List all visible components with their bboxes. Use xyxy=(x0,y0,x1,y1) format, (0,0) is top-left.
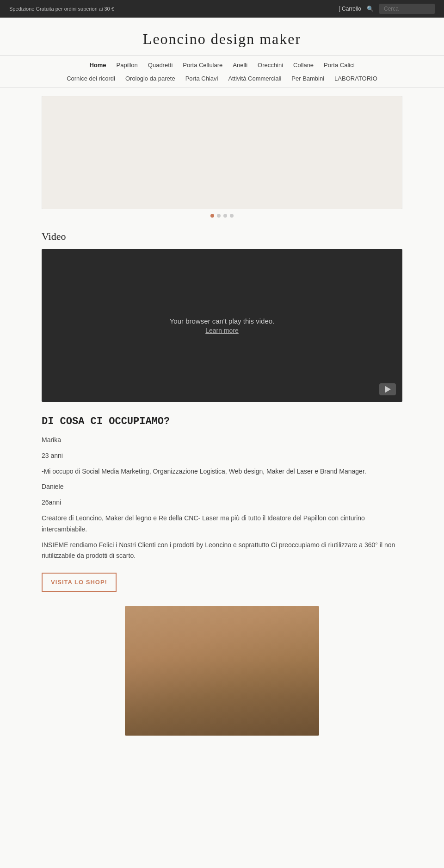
person1-desc: -Mi occupo di Social Media Marketing, Or… xyxy=(42,466,402,477)
nav-bambini[interactable]: Per Bambini xyxy=(288,74,328,83)
nav-row-1: Home Papillon Quadretti Porta Cellulare … xyxy=(9,58,435,72)
video-browser-message: Your browser can't play this video. xyxy=(170,317,275,325)
site-title: Leoncino design maker xyxy=(0,18,444,55)
nav-porta-chiavi[interactable]: Porta Chiavi xyxy=(182,74,222,83)
nav-orologio[interactable]: Orologio da parete xyxy=(122,74,179,83)
dot-4[interactable] xyxy=(230,214,234,218)
hero-slider xyxy=(42,96,402,209)
person2-name: Daniele xyxy=(42,481,402,493)
nav-collane[interactable]: Collane xyxy=(290,60,317,70)
top-bar: Spedizione Gratuita per ordini superiori… xyxy=(0,0,444,18)
nav-porta-cellulare[interactable]: Porta Cellulare xyxy=(179,60,226,70)
shop-button[interactable]: VISITA LO SHOP! xyxy=(42,573,117,592)
dot-2[interactable] xyxy=(217,214,221,218)
nav-cornice[interactable]: Cornice dei ricordi xyxy=(63,74,119,83)
shipping-notice: Spedizione Gratuita per ordini superiori… xyxy=(9,6,114,12)
video-section-title: Video xyxy=(42,231,402,243)
nav-quadretti[interactable]: Quadretti xyxy=(144,60,176,70)
person1-age: 23 anni xyxy=(42,450,402,462)
nav-attivita[interactable]: Attività Commerciali xyxy=(224,74,285,83)
top-bar-right: [ Carrello 🔍 xyxy=(339,4,435,14)
nav-porta-calici[interactable]: Porta Calici xyxy=(320,60,358,70)
play-triangle-icon xyxy=(385,386,391,393)
about-title: DI COSA CI OCCUPIAMO? xyxy=(42,416,402,427)
video-section: Video Your browser can't play this video… xyxy=(42,231,402,402)
slider-dots xyxy=(0,209,444,221)
video-learn-more-link[interactable]: Learn more xyxy=(205,327,239,334)
about-section: DI COSA CI OCCUPIAMO? Marika 23 anni -Mi… xyxy=(42,416,402,592)
dot-1[interactable] xyxy=(210,214,214,218)
person2-desc: Creatore di Leoncino, Maker del legno e … xyxy=(42,513,402,535)
about-content: Marika 23 anni -Mi occupo di Social Medi… xyxy=(42,435,402,592)
together-text: INSIEME rendiamo Felici i Nostri Clienti… xyxy=(42,540,402,562)
couple-photo xyxy=(125,606,319,736)
nav-laboratorio[interactable]: LABORATORIO xyxy=(331,74,381,83)
nav-home[interactable]: Home xyxy=(86,60,110,70)
youtube-icon[interactable] xyxy=(379,383,396,395)
person2-age: 26anni xyxy=(42,497,402,508)
nav-papillon[interactable]: Papillon xyxy=(113,60,142,70)
main-nav: Home Papillon Quadretti Porta Cellulare … xyxy=(0,55,444,87)
search-icon: 🔍 xyxy=(367,6,374,12)
nav-row-2: Cornice dei ricordi Orologio da parete P… xyxy=(9,72,435,85)
video-container: Your browser can't play this video. Lear… xyxy=(42,249,402,402)
nav-orecchini[interactable]: Orecchini xyxy=(254,60,287,70)
photo-section xyxy=(42,606,402,736)
person1-name: Marika xyxy=(42,435,402,446)
dot-3[interactable] xyxy=(223,214,227,218)
search-input[interactable] xyxy=(379,4,435,14)
nav-anelli[interactable]: Anelli xyxy=(229,60,251,70)
cart-link[interactable]: [ Carrello xyxy=(339,6,361,12)
